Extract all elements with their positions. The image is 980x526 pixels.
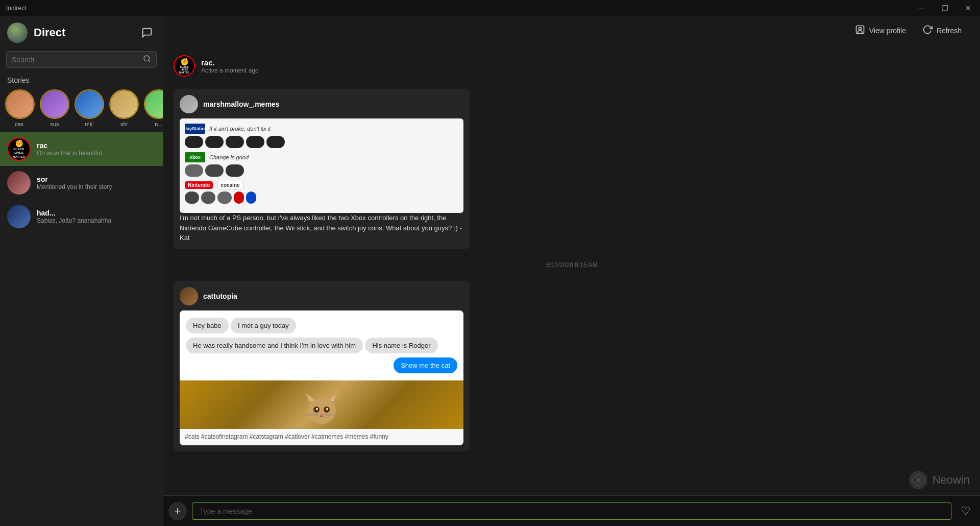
- story-item[interactable]: sus: [40, 89, 69, 127]
- card-avatar-2: [180, 287, 198, 305]
- story-item[interactable]: shi: [109, 89, 139, 127]
- conv-preview: Sabias, João? ananahahha: [37, 217, 156, 224]
- compose-button[interactable]: [138, 24, 156, 41]
- story-name: mk': [85, 121, 94, 127]
- svg-point-3: [859, 27, 861, 30]
- story-avatar: [109, 89, 139, 119]
- sidebar: Direct Stories cas.: [0, 16, 163, 526]
- conv-info-sor: sor Mentioned you in their story: [37, 175, 156, 190]
- svg-point-19: [916, 477, 921, 483]
- story-item[interactable]: cas.: [5, 89, 35, 127]
- refresh-label: Refresh: [937, 27, 962, 35]
- story-avatar: [5, 89, 35, 119]
- chat-user-avatar: ✊ BLACKLIVESMATTER: [174, 55, 195, 77]
- stories-label: Stories: [0, 72, 163, 86]
- sidebar-title: Direct: [34, 26, 132, 39]
- sidebar-header: Direct: [0, 16, 163, 49]
- refresh-button[interactable]: Refresh: [914, 20, 970, 41]
- main-content: View profile Refresh ✊ BLACKLIVESMATTER: [163, 16, 980, 526]
- chat-status: Active a moment ago: [201, 67, 259, 74]
- chat-user-info: rac. Active a moment ago: [201, 58, 259, 74]
- conv-avatar-sor: [7, 171, 31, 195]
- avatar: [7, 22, 28, 43]
- messages-area: ✊ BLACKLIVESMATTER rac. Active a moment …: [163, 45, 980, 495]
- message-input[interactable]: [192, 503, 951, 520]
- card-header-1: marshmallow_.memes: [180, 95, 463, 113]
- card-username-1: marshmallow_.memes: [203, 100, 279, 108]
- conversations-list: ✊ BLACKLIVESMATTER rac Oh wow that is be…: [0, 132, 163, 526]
- conv-info-had: had... Sabias, João? ananahahha: [37, 209, 156, 224]
- conv-name: sor: [37, 175, 156, 183]
- search-input[interactable]: [12, 56, 143, 64]
- bubble-4: His name is Rodger: [365, 338, 437, 353]
- add-media-button[interactable]: +: [168, 502, 187, 520]
- active-chat-header: ✊ BLACKLIVESMATTER rac. Active a moment …: [174, 55, 970, 77]
- bubble-1: Hey babe: [186, 318, 229, 333]
- timestamp-separator: 5/12/2020 8:15 AM: [174, 257, 970, 273]
- app-title: Indirect: [6, 5, 26, 12]
- card-text-1: I'm not much of a PS person, but I've al…: [180, 213, 463, 243]
- user-avatar-image: [7, 22, 28, 43]
- chat-username: rac.: [201, 58, 259, 67]
- svg-point-4: [307, 398, 336, 424]
- svg-point-0: [144, 56, 150, 61]
- conv-avatar-had: [7, 205, 31, 228]
- neowin-text: Neowin: [933, 473, 970, 487]
- maximize-button[interactable]: ❐: [933, 0, 957, 16]
- story-name: n...: [155, 121, 162, 127]
- message-card-2: cattutopia Hey babe I met a guy today He…: [174, 281, 470, 451]
- view-profile-icon: [855, 25, 865, 37]
- card-username-2: cattutopia: [203, 292, 237, 300]
- cat-image: [180, 380, 463, 429]
- svg-point-11: [316, 408, 318, 410]
- story-avatar: [40, 89, 69, 119]
- conv-preview: Oh wow that is beautiful: [37, 150, 156, 157]
- svg-line-1: [149, 60, 150, 62]
- svg-point-12: [326, 408, 328, 410]
- message-card-1: marshmallow_.memes PlayStation If it ain…: [174, 89, 470, 249]
- story-name: sus: [50, 121, 59, 127]
- story-name: cas.: [15, 121, 25, 127]
- story-avatar: [75, 89, 104, 119]
- conversation-item-had[interactable]: had... Sabias, João? ananahahha: [0, 200, 163, 233]
- window-controls: — ❐ ✕: [910, 0, 980, 16]
- conv-preview: Mentioned you in their story: [37, 183, 156, 190]
- stories-row: cas. sus mk' shi: [0, 86, 163, 132]
- card-avatar-1: [180, 95, 198, 113]
- svg-point-13: [320, 414, 323, 416]
- cat-svg: [301, 383, 342, 429]
- cat-screenshot: Hey babe I met a guy today He was really…: [180, 310, 463, 445]
- story-item[interactable]: n...: [144, 89, 163, 127]
- story-avatar: [144, 89, 163, 119]
- minimize-button[interactable]: —: [910, 0, 933, 16]
- view-profile-label: View profile: [869, 27, 906, 35]
- app-container: Direct Stories cas.: [0, 16, 980, 526]
- neowin-logo-icon: [908, 470, 928, 490]
- conv-name: had...: [37, 209, 156, 217]
- message-input-area: + ♡: [163, 495, 980, 526]
- bubble-2: I met a guy today: [231, 318, 296, 333]
- top-bar: View profile Refresh: [163, 16, 980, 45]
- view-profile-button[interactable]: View profile: [847, 20, 914, 41]
- chat-bubbles-area: Hey babe I met a guy today He was really…: [180, 310, 463, 380]
- story-item[interactable]: mk': [75, 89, 104, 127]
- conv-avatar-rac: ✊ BLACKLIVESMATTER: [7, 137, 31, 161]
- conversation-item-sor[interactable]: sor Mentioned you in their story: [0, 166, 163, 200]
- card-header-2: cattutopia: [180, 287, 463, 305]
- close-button[interactable]: ✕: [957, 0, 980, 16]
- conversation-item-rac[interactable]: ✊ BLACKLIVESMATTER rac Oh wow that is be…: [0, 132, 163, 166]
- story-name: shi: [120, 121, 128, 127]
- neowin-watermark: Neowin: [908, 470, 970, 490]
- bubble-5: Show me the cat: [394, 357, 457, 373]
- heart-button[interactable]: ♡: [957, 502, 975, 520]
- bubble-3: He was really handsome and I think I'm i…: [186, 338, 363, 353]
- titlebar: Indirect — ❐ ✕: [0, 0, 980, 16]
- conv-info-rac: rac Oh wow that is beautiful: [37, 141, 156, 157]
- search-icon: [143, 55, 151, 64]
- search-container[interactable]: [6, 51, 157, 68]
- cat-caption: #cats #catsofinstagram #catstagram #catl…: [180, 429, 463, 445]
- refresh-icon: [922, 25, 933, 37]
- gaming-meme-image: PlayStation If it ain't broke, don't fix…: [180, 118, 463, 213]
- conv-name: rac: [37, 141, 156, 150]
